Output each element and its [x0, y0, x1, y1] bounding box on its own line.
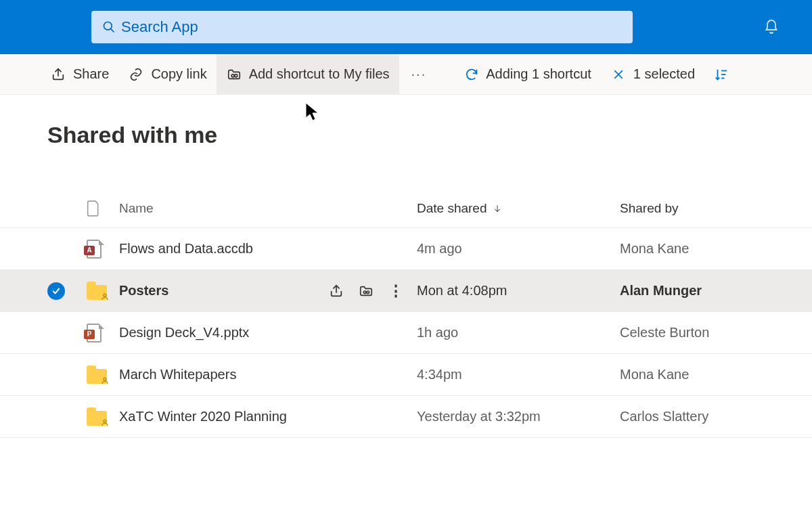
search-box[interactable] — [91, 11, 633, 43]
file-name[interactable]: March Whitepapers — [119, 367, 236, 382]
more-actions-button[interactable]: ··· — [399, 66, 439, 82]
copy-link-button[interactable]: Copy link — [118, 54, 216, 95]
share-button[interactable]: Share — [41, 54, 118, 95]
share-label: Share — [73, 66, 109, 82]
date-shared: Mon at 4:08pm — [417, 283, 620, 299]
shared-by: Mona Kane — [620, 367, 798, 382]
table-row[interactable]: P Design Deck_V4.pptx 1h ago Celeste Bur… — [0, 312, 812, 354]
svg-point-13 — [104, 378, 106, 380]
table-row[interactable]: Posters ⋮ Mon at 4:08pm Alan Mung — [0, 270, 812, 312]
sort-button[interactable] — [704, 67, 729, 82]
col-name-header[interactable]: Name — [119, 201, 417, 216]
svg-point-12 — [367, 291, 369, 294]
table-row[interactable]: March Whitepapers 4:34pm Mona Kane — [0, 354, 812, 396]
svg-point-2 — [231, 74, 234, 76]
link-icon — [128, 66, 144, 83]
nav-bar — [0, 0, 812, 54]
status-text: Adding 1 shortcut — [486, 66, 591, 82]
shared-by: Alan Munger — [620, 283, 798, 299]
selected-count-label: 1 selected — [633, 66, 695, 82]
file-name[interactable]: Design Deck_V4.pptx — [119, 325, 249, 340]
table-row[interactable]: A Flows and Data.accdb 4m ago Mona Kane — [0, 228, 812, 270]
date-shared: 4m ago — [417, 241, 620, 257]
file-table: Name Date shared Shared by A Flows and D… — [0, 189, 812, 438]
date-shared: 4:34pm — [417, 367, 620, 382]
share-icon — [50, 66, 66, 83]
folder-icon — [87, 366, 119, 384]
file-name[interactable]: Posters — [119, 283, 168, 299]
shared-by: Mona Kane — [620, 241, 798, 257]
file-icon: A — [87, 240, 119, 259]
table-header: Name Date shared Shared by — [0, 189, 812, 228]
selected-check-icon[interactable] — [47, 282, 65, 300]
svg-point-11 — [363, 291, 366, 294]
shared-by: Celeste Burton — [620, 325, 798, 340]
notifications-icon[interactable] — [758, 14, 785, 41]
clear-selection-button[interactable]: 1 selected — [601, 54, 704, 95]
svg-point-10 — [104, 294, 106, 296]
svg-point-3 — [234, 74, 237, 76]
svg-point-0 — [104, 22, 112, 30]
search-icon — [102, 20, 121, 34]
search-input[interactable] — [121, 18, 622, 36]
add-shortcut-label: Add shortcut to My files — [249, 66, 390, 82]
svg-point-14 — [104, 420, 106, 422]
add-shortcut-button[interactable]: Add shortcut to My files — [217, 54, 399, 95]
command-bar: Share Copy link Add shortcut to My files… — [0, 54, 812, 95]
svg-line-1 — [111, 29, 114, 32]
status-adding-shortcut: Adding 1 shortcut — [455, 66, 601, 82]
sync-icon — [464, 67, 479, 82]
folder-shortcut-icon — [226, 66, 242, 83]
row-share-icon[interactable] — [329, 284, 344, 299]
table-row[interactable]: XaTC Winter 2020 Planning Yesterday at 3… — [0, 396, 812, 438]
sort-arrow-down-icon — [493, 203, 502, 214]
col-sharedby-header[interactable]: Shared by — [620, 201, 798, 216]
close-icon — [610, 66, 627, 83]
date-shared: 1h ago — [417, 325, 620, 340]
folder-icon — [87, 408, 119, 426]
file-type-icon-header — [87, 200, 119, 217]
shared-by: Carlos Slattery — [620, 409, 798, 424]
date-shared: Yesterday at 3:32pm — [417, 409, 620, 424]
file-name[interactable]: Flows and Data.accdb — [119, 241, 253, 257]
folder-icon — [87, 282, 119, 300]
col-date-header[interactable]: Date shared — [417, 201, 620, 216]
file-icon: P — [87, 324, 119, 343]
page-title: Shared with me — [0, 95, 812, 148]
row-folder-shortcut-icon[interactable] — [359, 284, 374, 299]
row-more-icon[interactable]: ⋮ — [388, 282, 403, 300]
file-name[interactable]: XaTC Winter 2020 Planning — [119, 409, 287, 424]
copy-link-label: Copy link — [151, 66, 206, 82]
